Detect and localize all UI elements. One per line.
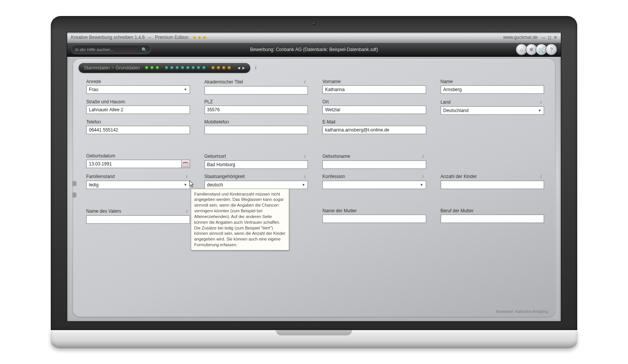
breadcrumb: Stammdaten > Grunddaten bbox=[79, 63, 250, 73]
field-strasse: Straße und Hausnr. Lahnauer Allee 2 bbox=[86, 99, 190, 115]
close-button[interactable]: ✕ bbox=[554, 35, 557, 40]
chevron-down-icon: ▼ bbox=[420, 183, 423, 187]
step-dot-icon[interactable] bbox=[186, 66, 190, 70]
input-telefon[interactable]: 06441 555142 bbox=[86, 126, 190, 134]
info-icon[interactable]: i bbox=[303, 153, 307, 159]
select-staat[interactable]: deutsch ▼ bbox=[205, 181, 308, 189]
help-button[interactable]: ? bbox=[546, 44, 557, 55]
label-famstand: Familienstand bbox=[86, 174, 115, 179]
input-kinder[interactable] bbox=[441, 181, 544, 189]
step-dot-icon[interactable] bbox=[202, 66, 206, 70]
maximize-button[interactable]: ◻ bbox=[548, 35, 551, 40]
info-icon[interactable]: i bbox=[303, 173, 307, 180]
input-titel[interactable] bbox=[205, 86, 308, 95]
input-vorname[interactable]: Katharina bbox=[322, 85, 426, 94]
select-anrede[interactable]: Frau ▼ bbox=[86, 85, 190, 94]
field-famstand: Familienstandi ledig ▼ bbox=[86, 173, 190, 189]
prev-step-button[interactable]: ◄ bbox=[237, 66, 241, 70]
select-land[interactable]: Deutschland ▼ bbox=[441, 106, 544, 115]
input-vater-name[interactable] bbox=[86, 215, 190, 224]
input-name[interactable]: Arnsberg bbox=[441, 85, 544, 94]
select-famstand[interactable]: ledig ▼ bbox=[86, 181, 190, 189]
field-titel: Akademischer Titeli bbox=[205, 79, 308, 95]
info-icon[interactable]: i bbox=[185, 173, 189, 180]
laptop-camera bbox=[312, 22, 316, 25]
website-link[interactable]: www.guckmal.de bbox=[503, 35, 538, 40]
field-plz: PLZ 35576 bbox=[205, 99, 308, 115]
step-dot-icon[interactable] bbox=[211, 66, 215, 70]
title-sep: – bbox=[148, 35, 151, 40]
laptop-base bbox=[51, 330, 577, 348]
select-konfession[interactable]: ▼ bbox=[322, 181, 426, 189]
field-staat: Staatsangehörigkeiti deutsch ▼ bbox=[205, 173, 308, 189]
step-dot-icon[interactable] bbox=[170, 66, 174, 70]
step-dot-icon[interactable] bbox=[150, 66, 154, 70]
app-edition: Premium Edition bbox=[155, 35, 188, 40]
step-indicator-group-3 bbox=[211, 66, 231, 70]
info-icon[interactable]: i bbox=[421, 173, 425, 180]
breadcrumb-root[interactable]: Stammdaten bbox=[84, 65, 110, 71]
step-indicator-group-2 bbox=[165, 66, 206, 70]
input-strasse[interactable]: Lahnauer Allee 2 bbox=[86, 106, 190, 114]
field-telefon: Telefon 06441 555142 bbox=[86, 119, 190, 134]
datepicker-button[interactable]: 15 bbox=[182, 160, 190, 168]
chevron-down-icon: ▼ bbox=[538, 109, 541, 112]
input-ort[interactable]: Wetzlar bbox=[322, 106, 426, 114]
svg-text:15: 15 bbox=[184, 163, 187, 166]
input-plz[interactable]: 35576 bbox=[205, 106, 308, 114]
minimize-button[interactable]: — bbox=[541, 35, 546, 40]
titlebar: Kreative Bewerbung schreiben 1.4.6 – Pre… bbox=[67, 32, 561, 43]
value-anrede: Frau bbox=[89, 87, 98, 92]
input-mutter-name[interactable] bbox=[322, 215, 426, 223]
step-dot-icon[interactable] bbox=[145, 66, 149, 70]
step-dot-icon[interactable] bbox=[176, 66, 179, 70]
step-dot-icon[interactable] bbox=[156, 66, 159, 70]
tooltip-familienstand: Familienstand und Kinderanzahl müssen ni… bbox=[191, 189, 289, 250]
step-indicator-group-1 bbox=[145, 66, 159, 70]
next-step-button[interactable]: ► bbox=[242, 66, 246, 70]
breadcrumb-nav-arrows: ◄ ► bbox=[237, 66, 246, 70]
field-konfession: Konfessioni ▼ bbox=[322, 173, 426, 189]
calendar-icon: 15 bbox=[183, 161, 188, 167]
field-gebname: Geburtsnamei bbox=[322, 153, 426, 169]
input-gebdatum[interactable]: 13.03.1991 bbox=[86, 160, 182, 168]
info-icon[interactable]: i bbox=[421, 153, 425, 159]
field-email: E-Mail katharina.arnsberg@t-online.de bbox=[322, 119, 426, 134]
content-panel: Stammdaten > Grunddaten bbox=[73, 59, 555, 317]
toolbar: In der Hilfe suchen... 🔍 Bewerbung: Conb… bbox=[67, 43, 561, 57]
mouse-cursor-icon bbox=[189, 180, 195, 189]
breadcrumb-current[interactable]: Grunddaten bbox=[116, 65, 140, 71]
field-mutter-beruf: Beruf der Mutter bbox=[441, 208, 544, 224]
label-titel: Akademischer Titel bbox=[205, 79, 243, 85]
breadcrumb-sep: > bbox=[111, 65, 114, 71]
form-grid: Anrede Frau ▼ Akademischer Titeli Vornam… bbox=[76, 77, 555, 224]
step-dot-icon[interactable] bbox=[181, 66, 185, 70]
search-placeholder: In der Hilfe suchen... bbox=[75, 47, 114, 52]
label-gebdatum: Geburtsdatum bbox=[86, 153, 115, 159]
info-icon[interactable]: i bbox=[539, 99, 543, 105]
info-icon[interactable]: i bbox=[185, 208, 189, 214]
help-search-input[interactable]: In der Hilfe suchen... 🔍 bbox=[71, 45, 151, 54]
label-ort: Ort bbox=[322, 99, 329, 104]
input-mutter-beruf[interactable] bbox=[441, 215, 544, 223]
step-dot-icon[interactable] bbox=[165, 66, 169, 70]
label-name: Name bbox=[441, 79, 453, 84]
field-vater-name: Name des Vatersi bbox=[86, 208, 190, 224]
input-gebort[interactable]: Bad Homburg bbox=[205, 160, 308, 169]
field-mobil: Mobiltelefon bbox=[205, 119, 308, 134]
step-dot-icon[interactable] bbox=[217, 66, 221, 70]
breadcrumb-bar: Stammdaten > Grunddaten bbox=[76, 61, 555, 77]
step-dot-icon[interactable] bbox=[192, 66, 195, 70]
field-land: Landi Deutschland ▼ bbox=[441, 99, 544, 115]
input-email[interactable]: katharina.arnsberg@t-online.de bbox=[322, 126, 426, 134]
label-staat: Staatsangehörigkeit bbox=[205, 174, 245, 179]
step-dot-icon[interactable] bbox=[222, 66, 226, 70]
step-dot-icon[interactable] bbox=[197, 66, 201, 70]
info-icon[interactable]: i bbox=[303, 79, 307, 85]
breadcrumb-info-icon[interactable]: i bbox=[255, 65, 256, 71]
input-gebname[interactable] bbox=[322, 160, 426, 169]
input-mobil[interactable] bbox=[205, 126, 308, 134]
info-icon[interactable]: i bbox=[539, 173, 543, 180]
label-plz: PLZ bbox=[205, 99, 213, 104]
step-dot-icon[interactable] bbox=[227, 66, 231, 70]
